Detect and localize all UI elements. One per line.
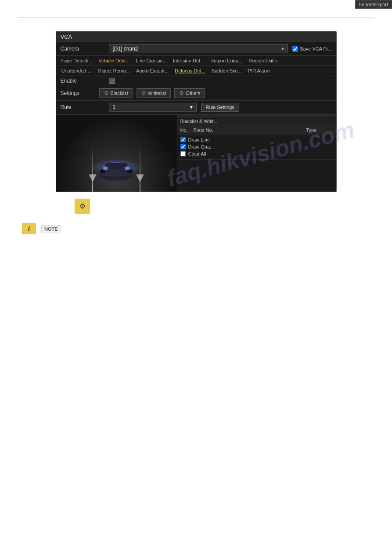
page-container: faq.hikvision.com VCA Camera [D1] chan2 … [0,0,392,555]
rule-select[interactable]: 1 ▾ [109,103,197,112]
tabs-row-1: Face Detecti... Vehicle Dete... Line Cro… [56,56,336,66]
note-section: i NOTE [18,223,374,235]
road-scene: ▼ ▼ [56,115,177,192]
tab-audio-except[interactable]: Audio Except... [133,67,171,74]
enable-checkbox[interactable]: ✓ [109,78,115,84]
tab-face-detection[interactable]: Face Detecti... [59,57,95,64]
clear-all-option[interactable]: Clear All [180,151,333,156]
gear-settings-icon: ⚙ [79,202,86,210]
settings-label: Settings [61,90,96,96]
clear-all-label: Clear All [188,151,206,156]
tab-region-exitin[interactable]: Region Exitin... [246,57,284,64]
vca-panel: VCA Camera [D1] chan2 ▾ Save VCA Pi... F… [56,31,337,192]
rule-value: 1 [113,104,116,110]
camera-dropdown-arrow: ▾ [281,46,284,52]
draw-line-label: Draw Line [188,137,210,142]
tab-pir-alarm[interactable]: PIR Alarm [245,67,273,74]
video-feed: ▼ ▼ [56,115,177,192]
tab-vehicle-detection[interactable]: Vehicle Dete... [96,57,132,64]
save-vca-checkbox[interactable] [292,46,298,52]
camera-value: [D1] chan2 [113,46,138,52]
svg-rect-2 [105,163,127,169]
tab-sudden-sce[interactable]: Sudden Sce... [209,67,245,74]
others-btn-label: Others [186,91,200,96]
arrow-down-left: ▼ [86,170,99,185]
draw-line-option[interactable]: Draw Line [180,137,333,142]
blacklist-whitelist-header: Blacklist & Whit... [177,117,336,126]
draw-quad-option[interactable]: Draw Qua... [180,144,333,149]
note-info-icon: i [28,225,30,232]
clear-all-checkbox[interactable] [180,151,186,156]
tabs-row-2: Unattended ... Object Remo... Audio Exce… [56,66,336,76]
camera-row: Camera [D1] chan2 ▾ Save VCA Pi... [56,42,336,56]
plate-table-header: No. Plate No. Type [177,126,336,134]
enable-row: Enable ✓ [56,76,336,86]
main-content-area: ▼ ▼ Import/Export Blacklist & Whit... No… [56,114,336,192]
note-label: NOTE [41,225,61,232]
tab-defocus-det[interactable]: Defocus Det... [172,67,208,74]
tab-region-entra[interactable]: Region Entra... [208,57,245,64]
import-export-button[interactable]: Import/Export [355,0,392,9]
svg-point-5 [103,167,108,170]
tab-unattended[interactable]: Unattended ... [59,67,94,74]
tab-intrusion-det[interactable]: Intrusion Det... [170,57,207,64]
draw-quad-label: Draw Qua... [188,144,214,149]
enable-label: Enable [61,78,109,84]
tab-line-crossing[interactable]: Line Crossin... [133,57,169,64]
camera-label: Camera [61,46,109,52]
whitelist-btn-label: Whitelist [148,91,166,96]
col-plate-header: Plate No. [194,127,306,133]
svg-rect-3 [100,170,105,173]
whitelist-btn[interactable]: ⚙ Whitelist [137,88,171,98]
right-panel: Import/Export Blacklist & Whit... No. Pl… [177,115,336,192]
save-vca-checkbox-row[interactable]: Save VCA Pi... [292,46,331,52]
whitelist-gear-icon: ⚙ [141,90,146,96]
draw-line-checkbox[interactable] [180,137,186,142]
blacklist-btn-label: Blacklist [111,91,128,96]
settings-row: Settings ⚙ Blacklist ⚙ Whitelist ⚙ Other… [56,86,336,101]
rule-row: Rule 1 ▾ Rule Settings [56,101,336,114]
vca-titlebar: VCA [56,32,336,42]
others-btn[interactable]: ⚙ Others [174,88,205,98]
tab-object-remo[interactable]: Object Remo... [95,67,133,74]
arrow-down-right: ▼ [133,170,147,185]
blacklist-gear-icon: ⚙ [104,90,109,96]
save-vca-label: Save VCA Pi... [300,46,331,51]
rule-label: Rule [61,104,109,110]
svg-point-6 [125,167,130,170]
others-gear-icon: ⚙ [179,90,184,96]
col-no-header: No. [180,127,194,133]
note-icon-container: i [22,223,38,235]
gear-settings-button[interactable]: ⚙ [75,199,90,214]
col-type-header: Type [306,127,333,133]
gear-button-container: ⚙ [18,192,374,214]
draw-quad-checkbox[interactable] [180,144,186,149]
rule-settings-button[interactable]: Rule Settings [201,103,239,112]
draw-options: Draw Line Draw Qua... Clear All [177,134,336,160]
vca-title: VCA [61,33,72,40]
svg-rect-4 [127,170,133,173]
car-svg [97,156,136,181]
blacklist-btn[interactable]: ⚙ Blacklist [99,88,133,98]
top-divider [18,18,374,18]
note-icon-box: i [22,223,36,234]
rule-dropdown-arrow: ▾ [190,104,193,110]
camera-dropdown[interactable]: [D1] chan2 ▾ [109,44,288,53]
